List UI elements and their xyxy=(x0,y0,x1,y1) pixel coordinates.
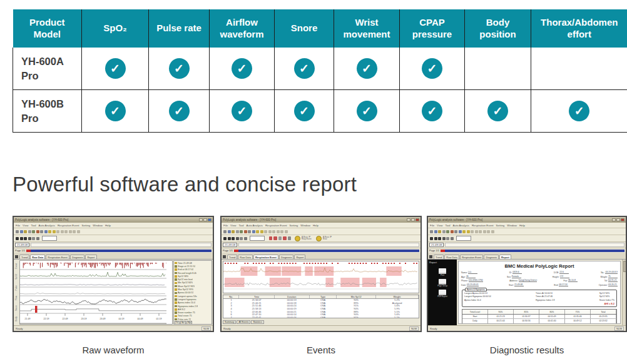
report-field: Height:172 xyxy=(553,275,569,278)
column-header: Snore xyxy=(275,9,334,48)
mini-event-buttons: A-Basic IP Resp EventA-Basic IP Error xyxy=(269,236,334,241)
report-field-label: Start: xyxy=(509,284,514,286)
events-column-header: Time xyxy=(239,295,274,298)
mini-window-buttons xyxy=(199,218,212,221)
feature-empty-cell xyxy=(531,48,627,90)
report-field-label: End: xyxy=(554,284,558,286)
mini-menu-item: Setting xyxy=(290,224,298,227)
mini-title-bar: PolyLogic analysis software - [YH-600 Pr… xyxy=(14,217,213,223)
mini-time-chip: 21:49:08 xyxy=(223,243,237,247)
mini-tab: Diagnosis xyxy=(70,255,85,259)
mini-menu-item: Respiration Event xyxy=(472,224,494,227)
report-table-cell: 00:30:56 xyxy=(514,319,539,323)
report-field-label: Date: xyxy=(461,284,466,286)
mini-tab-strip: TrendRaw DataRespiration EventDiagnosisR… xyxy=(222,253,421,260)
tree-item-label: Apnea 00:00:51 xyxy=(178,291,193,294)
close-icon xyxy=(208,218,212,221)
feature-check-cell: ✓ xyxy=(149,90,210,133)
column-header: Wrist movement xyxy=(334,9,400,48)
mini-toolbar-icon xyxy=(434,237,437,240)
events-column-header: Duration xyxy=(275,295,310,298)
mini-toolbar-icon xyxy=(20,230,23,233)
report-stat: Times At 10:00:51 xyxy=(536,292,554,295)
mini-status-text: Ready xyxy=(430,327,437,330)
maximize-icon xyxy=(203,218,207,221)
feature-check-cell: ✓ xyxy=(465,90,531,133)
mini-time-slot xyxy=(31,243,212,247)
report-field-value: 0319-6 xyxy=(512,271,522,274)
feature-check-cell: ✓ xyxy=(334,90,400,133)
mini-menu-bar: FileViewToolAuto AnalysisRespiration Eve… xyxy=(14,223,213,228)
mini-menu-item: File xyxy=(16,224,20,227)
mini-menu-item: Tool xyxy=(446,224,451,227)
report-summary-box: Apnea & HypopneaLongest Apnea 00:00:53Lo… xyxy=(462,290,617,308)
mini-channel-label: Flow xyxy=(16,296,18,300)
mini-toolbar-icon xyxy=(48,230,51,233)
mini-main: ReportPrintPage SetupPDF ExportBMC Medic… xyxy=(428,260,626,325)
report-field: Phone:010-6940-1760 xyxy=(461,279,483,282)
tree-item-label: SpO2 min level xyxy=(178,278,193,281)
report-table-cell: 00:21:44 xyxy=(488,319,514,323)
mini-toolbar-icon xyxy=(483,230,486,233)
report-field: ID:0319-6 xyxy=(509,271,522,274)
report-table-header: 80% xyxy=(539,310,565,313)
mini-title-bar: PolyLogic analysis software - [YH-600 Pr… xyxy=(428,217,626,223)
mini-toolbar-icon xyxy=(36,237,39,240)
mini-main: No.TimeDurationTypeMin SpO2Weight121:34:… xyxy=(222,260,421,325)
mini-toolbar-icon xyxy=(446,230,449,233)
report-field-value: 86-10-8 xyxy=(568,279,578,282)
column-header: Airflow waveform xyxy=(210,9,275,48)
report-field-value: 03-19-03-01 xyxy=(467,283,478,286)
mini-menu-item: Respiration Event xyxy=(265,224,287,227)
minimize-icon xyxy=(612,218,616,221)
report-field-label: Sex: xyxy=(507,276,511,278)
column-header: SpO₂ xyxy=(82,9,149,48)
mini-toolbar-icon xyxy=(264,230,267,233)
mini-title: PolyLogic analysis software - [YH-600 Pr… xyxy=(223,218,407,221)
minimize-icon xyxy=(199,218,203,221)
tree-item-label: End at 06:17:02 xyxy=(178,268,193,271)
tree-item-icon xyxy=(175,301,177,304)
report-field-label: Address: xyxy=(509,280,517,282)
mini-toolbar-icon xyxy=(236,230,239,233)
mini-menu-item: Help xyxy=(313,224,319,227)
maximize-icon xyxy=(616,218,620,221)
mini-page-bar-blue xyxy=(445,250,624,252)
mini-menu-item: Help xyxy=(105,224,111,227)
mini-toolbar-icon xyxy=(434,230,437,233)
mini-tab: Trend xyxy=(434,255,444,259)
tree-item-icon xyxy=(175,272,177,275)
mini-tree-panel: Time 21:49:08Stage at 21:51:52End at 06:… xyxy=(173,260,212,325)
caption-raw-waveform: Raw waveform xyxy=(13,345,214,355)
mini-toolbar-icon xyxy=(459,230,462,233)
mini-page-row: Page 1/1 xyxy=(428,248,626,253)
report-stat: Times At 21:47:46 xyxy=(536,295,554,298)
mini-toolbar-icon xyxy=(442,237,446,240)
mini-status-bar: ReadyNUM xyxy=(428,325,626,331)
product-model-cell: YH-600A Pro xyxy=(13,48,82,90)
mini-page-bar-red xyxy=(26,250,31,252)
report-field: DOB:22.6 xyxy=(554,271,569,274)
caption-diagnostic-results: Diagnostic results xyxy=(427,345,627,355)
report-field-label: Phone: xyxy=(461,280,468,282)
report-table: Time/Level90%85%80%75%TotalStart01:21:23… xyxy=(462,309,617,324)
mini-toolbar-icon xyxy=(240,237,243,240)
report-stat-column: Longest Apnea 00:00:53Longest Hypopnea 0… xyxy=(464,292,491,301)
feature-check-cell: ✓ xyxy=(82,48,149,90)
table-row: YH-600A Pro✓✓✓✓✓✓ xyxy=(13,48,627,90)
mini-bottom-tab: Summary xyxy=(223,320,236,324)
column-header: Product Model xyxy=(13,9,82,48)
mini-toolbar-icon xyxy=(467,230,470,233)
checkmark-icon: ✓ xyxy=(105,58,126,79)
feature-check-cell: ✓ xyxy=(275,90,334,133)
events-column-header: Weight xyxy=(376,295,419,298)
brochure-page: Product ModelSpO₂Pulse rateAirflow wavef… xyxy=(0,0,627,364)
report-field-label: Operator: xyxy=(599,284,608,286)
report-table-cell: Daily xyxy=(462,319,488,323)
report-table-header-row: Time/Level90%85%80%75%Total xyxy=(462,310,616,314)
printer-icon xyxy=(439,268,446,274)
close-icon xyxy=(621,218,624,221)
mini-page-bar xyxy=(234,250,419,252)
mini-event-round-label: A-Basic IP Resp Event xyxy=(302,236,312,240)
mini-page-bar-red xyxy=(234,250,238,252)
